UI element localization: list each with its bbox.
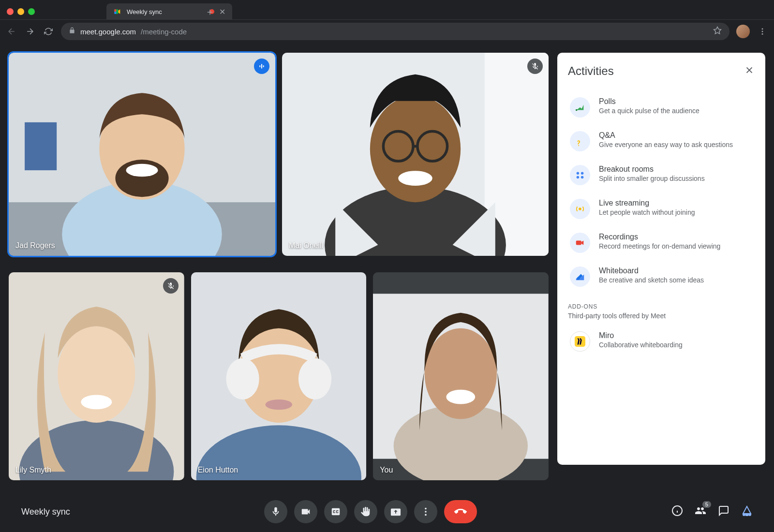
profile-avatar[interactable]: [736, 25, 750, 38]
activity-item-qa[interactable]: Q&AGive everyone an easy way to ask ques…: [568, 124, 755, 158]
activity-item-breakout[interactable]: Breakout roomsSplit into smaller group d…: [568, 158, 755, 192]
participant-tile-eion[interactable]: Eion Hutton: [191, 272, 367, 480]
live-icon: [570, 199, 590, 219]
qa-icon: [570, 131, 590, 151]
lock-icon: [69, 27, 75, 36]
leave-call-button[interactable]: [444, 500, 477, 523]
activity-desc: Split into smaller group discussions: [599, 175, 705, 182]
polls-icon: [570, 97, 590, 118]
activities-button[interactable]: [741, 505, 753, 518]
addons-header: ADD-ONS: [568, 303, 755, 310]
bottom-bar: Weekly sync: [9, 490, 765, 532]
activity-item-whiteboard[interactable]: WhiteboardBe creative and sketch some id…: [568, 260, 755, 294]
activity-item-rec[interactable]: RecordingsRecord meetings for on-demand …: [568, 226, 755, 260]
svg-point-58: [749, 514, 751, 516]
window-maximize-button[interactable]: [28, 8, 35, 15]
participant-tile-lily[interactable]: Lily Smyth: [9, 272, 184, 480]
svg-point-42: [576, 109, 578, 111]
addons-subtitle: Third-party tools offered by Meet: [568, 312, 755, 320]
url-host: meet.google.com: [80, 28, 136, 36]
svg-point-52: [425, 514, 427, 516]
participant-name: Jad Rogers: [15, 241, 55, 250]
svg-rect-14: [259, 65, 260, 67]
address-bar[interactable]: meet.google.com/meeting-code: [61, 23, 729, 40]
activity-title: Whiteboard: [599, 266, 704, 275]
svg-rect-9: [25, 122, 57, 170]
activities-panel: Activities PollsGet a quick pulse of the…: [557, 53, 765, 465]
nav-forward-button[interactable]: [24, 26, 36, 37]
svg-point-51: [425, 511, 427, 513]
meeting-details-button[interactable]: [671, 505, 683, 518]
svg-point-50: [425, 508, 427, 510]
breakout-icon: [570, 165, 590, 185]
participant-count-badge: 5: [702, 501, 711, 508]
participant-name: You: [380, 466, 393, 474]
svg-point-4: [762, 28, 763, 30]
activity-title: Live streaming: [599, 199, 695, 207]
svg-point-32: [226, 358, 259, 399]
svg-marker-3: [714, 27, 721, 34]
participant-name: Lily Smyth: [15, 466, 51, 474]
svg-point-5: [762, 31, 763, 32]
svg-rect-2: [114, 12, 116, 14]
tab-close-button[interactable]: ✕: [219, 7, 225, 16]
video-grid: Jad Rogers: [9, 53, 549, 490]
captions-button[interactable]: [324, 500, 347, 523]
url-path: /meeting-code: [141, 28, 187, 36]
activity-item-polls[interactable]: PollsGet a quick pulse of the audience: [568, 90, 755, 124]
address-bar-row: meet.google.com/meeting-code: [0, 19, 774, 45]
participant-tile-mai[interactable]: Mai Oneill: [282, 53, 549, 256]
new-tab-button[interactable]: ＋: [205, 5, 215, 18]
muted-indicator-icon: [527, 59, 543, 74]
browser-chrome: Weekly sync ✕ ＋ meet.google.com/meeting-…: [0, 0, 774, 45]
window-close-button[interactable]: [7, 8, 14, 15]
bookmark-star-icon[interactable]: [713, 26, 722, 37]
nav-reload-button[interactable]: [43, 26, 54, 37]
whiteboard-icon: [570, 266, 590, 287]
svg-point-13: [126, 164, 158, 177]
window-controls: Weekly sync ✕ ＋: [0, 0, 774, 19]
activity-title: Breakout rooms: [599, 165, 705, 174]
miro-icon: [570, 331, 590, 352]
browser-menu-button[interactable]: [757, 26, 768, 37]
activity-desc: Be creative and sketch some ideas: [599, 276, 704, 284]
addon-desc: Collaborative whiteboarding: [599, 341, 683, 349]
activity-title: Q&A: [599, 131, 733, 140]
svg-rect-1: [114, 9, 116, 12]
addon-item-miro[interactable]: MiroCollaborative whiteboarding: [568, 325, 755, 358]
svg-rect-48: [576, 240, 581, 245]
svg-point-39: [447, 390, 476, 404]
activity-title: Polls: [599, 97, 700, 106]
svg-point-28: [81, 395, 112, 409]
svg-point-43: [577, 172, 580, 175]
activity-item-live[interactable]: Live streamingLet people watch without j…: [568, 192, 755, 226]
svg-point-24: [398, 171, 432, 186]
muted-indicator-icon: [163, 278, 179, 294]
svg-point-38: [425, 328, 497, 419]
more-options-button[interactable]: [414, 500, 437, 523]
rec-icon: [570, 233, 590, 253]
svg-rect-59: [746, 514, 748, 516]
svg-point-46: [581, 176, 584, 179]
participant-tile-jad[interactable]: Jad Rogers: [9, 53, 275, 256]
camera-toggle-button[interactable]: [294, 500, 317, 523]
tab-title: Weekly sync: [127, 8, 205, 15]
meeting-name: Weekly sync: [21, 507, 70, 517]
panel-close-button[interactable]: [744, 65, 755, 77]
participant-tile-you[interactable]: You: [373, 272, 549, 480]
right-controls: 5: [671, 505, 753, 518]
svg-point-45: [577, 176, 580, 179]
svg-marker-56: [743, 506, 751, 514]
svg-rect-16: [263, 65, 264, 67]
nav-back-button[interactable]: [6, 26, 17, 37]
svg-rect-15: [261, 64, 262, 68]
svg-rect-49: [575, 336, 585, 347]
chat-button[interactable]: [718, 505, 729, 518]
mic-toggle-button[interactable]: [264, 500, 287, 523]
participant-name: Mai Oneill: [289, 241, 323, 250]
present-screen-button[interactable]: [384, 500, 407, 523]
people-button[interactable]: 5: [695, 505, 706, 518]
window-minimize-button[interactable]: [17, 8, 24, 15]
raise-hand-button[interactable]: [354, 500, 377, 523]
activity-title: Recordings: [599, 233, 720, 241]
